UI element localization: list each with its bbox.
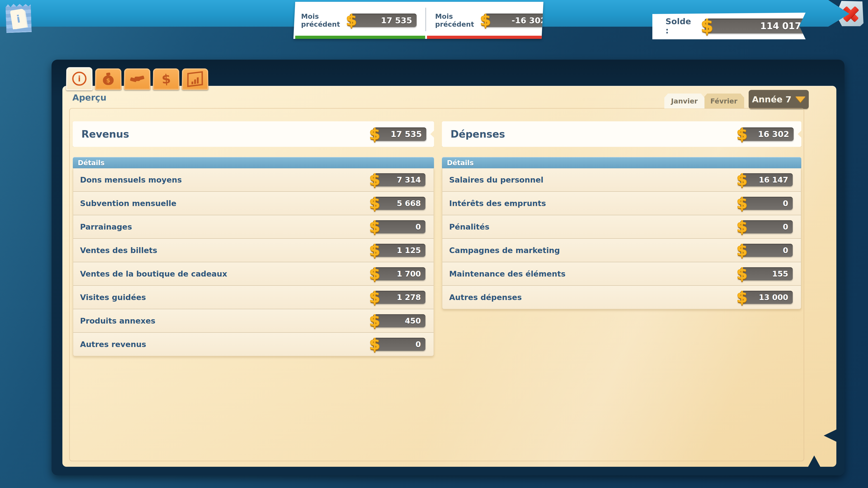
month-button-janvier[interactable]: Janvier <box>664 94 705 108</box>
positive-trend-strip <box>295 36 425 39</box>
row-label: Autres dépenses <box>449 293 522 302</box>
row-value-pill: $0 <box>740 244 793 257</box>
expenses-title: Dépenses <box>451 128 505 140</box>
table-row: Visites guidées $1 278 <box>73 285 434 309</box>
table-row: Dons mensuels moyens $7 314 <box>73 168 434 191</box>
dollar-icon: $ <box>161 71 171 87</box>
row-value: 13 000 <box>759 293 788 302</box>
tab-pricing[interactable]: $ <box>153 68 180 90</box>
details-label: Détails <box>447 159 473 167</box>
dollar-icon: $ <box>369 290 380 305</box>
row-label: Subvention mensuelle <box>80 199 176 208</box>
dollar-icon: $ <box>369 219 380 234</box>
row-value-pill: $1 700 <box>373 267 426 281</box>
row-value: 16 147 <box>759 175 788 184</box>
row-label: Dons mensuels moyens <box>80 175 182 184</box>
handshake-icon <box>130 74 144 84</box>
row-value: 1 700 <box>397 269 421 278</box>
bar-chart-icon <box>187 71 203 87</box>
row-label: Ventes des billets <box>80 246 157 255</box>
month-selector: Janvier Février <box>664 94 744 108</box>
row-value: 1 278 <box>397 293 421 302</box>
previous-month-net-value-pill: $ -16 302 <box>484 13 551 27</box>
details-label: Détails <box>78 159 104 167</box>
dollar-icon: $ <box>480 13 491 28</box>
tab-money-bag[interactable]: $ <box>95 68 122 90</box>
row-label: Maintenance des éléments <box>449 269 565 278</box>
expenses-total-pill: $ 16 302 <box>740 127 794 141</box>
row-label: Campagnes de marketing <box>449 246 560 255</box>
money-bag-icon: $ <box>102 73 115 86</box>
year-dropdown[interactable]: Année 7 <box>749 90 809 109</box>
negative-trend-strip <box>427 36 557 39</box>
previous-month-net-label: Mois précédent <box>435 12 484 28</box>
balance-banner: Solde : $ 114 017 <box>652 13 806 39</box>
expenses-details-header: Détails <box>442 157 801 168</box>
tab-charts[interactable] <box>182 68 209 90</box>
balance-value-pill: $ 114 017 <box>705 19 806 33</box>
dollar-icon: $ <box>737 290 747 305</box>
row-value: 0 <box>783 199 788 208</box>
chevron-down-icon <box>796 96 805 102</box>
revenues-column: Revenus $ 17 535 Détails Dons mensuels m… <box>73 121 434 356</box>
table-row: Produits annexes $450 <box>73 309 434 332</box>
row-value: 0 <box>415 340 421 349</box>
row-label: Ventes de la boutique de cadeaux <box>80 269 227 278</box>
dollar-icon: $ <box>369 266 380 282</box>
row-label: Pénalités <box>449 222 489 231</box>
table-row: Pénalités $0 <box>442 215 801 238</box>
row-label: Intérêts des emprunts <box>449 199 546 208</box>
revenues-total-pill: $ 17 535 <box>373 127 426 141</box>
revenues-table: Dons mensuels moyens $7 314 Subvention m… <box>73 168 434 356</box>
panel-title: Aperçu <box>72 93 106 103</box>
dollar-icon: $ <box>369 337 380 352</box>
row-label: Produits annexes <box>80 316 155 325</box>
row-value-pill: $5 668 <box>373 197 426 210</box>
dollar-icon: $ <box>737 196 747 211</box>
row-value-pill: $13 000 <box>740 291 793 304</box>
finances-tabs: i $ $ <box>66 68 209 90</box>
table-row: Maintenance des éléments $155 <box>442 262 801 285</box>
previous-month-net-value: -16 302 <box>512 16 546 25</box>
month-button-fevrier[interactable]: Février <box>704 94 744 108</box>
table-row: Intérêts des emprunts $0 <box>442 191 801 215</box>
row-value-pill: $0 <box>740 220 793 233</box>
finances-window-frame: Aperçu Janvier Février Année 7 Revenus <box>52 60 844 475</box>
table-row: Autres revenus $0 <box>73 332 434 356</box>
dollar-icon: $ <box>737 127 747 142</box>
row-value: 0 <box>415 222 421 231</box>
table-row: Subvention mensuelle $5 668 <box>73 191 434 215</box>
table-row: Autres dépenses $13 000 <box>442 285 801 309</box>
expenses-header-card: Dépenses $ 16 302 <box>442 121 801 147</box>
dollar-icon: $ <box>346 13 357 28</box>
year-dropdown-label: Année 7 <box>752 94 792 104</box>
book-glyph: i <box>10 8 27 30</box>
row-value-pill: $450 <box>373 314 426 327</box>
table-row: Campagnes de marketing $0 <box>442 238 801 262</box>
row-value: 450 <box>405 316 421 325</box>
row-value: 5 668 <box>397 199 421 208</box>
frame-notch-bottom <box>808 455 820 467</box>
ledger-book-icon: i <box>5 2 32 33</box>
expenses-column: Dépenses $ 16 302 Détails Salaires du pe… <box>442 121 801 309</box>
dollar-icon: $ <box>737 172 747 188</box>
row-value: 7 314 <box>397 175 421 184</box>
dollar-icon: $ <box>737 219 747 234</box>
row-value-pill: $1 125 <box>373 244 426 257</box>
expenses-total: 16 302 <box>758 129 789 139</box>
row-label: Autres revenus <box>80 340 146 349</box>
dollar-icon: $ <box>369 127 380 142</box>
row-value-pill: $0 <box>740 197 793 210</box>
frame-notch-right <box>824 429 837 442</box>
tab-sponsorships[interactable] <box>124 68 151 90</box>
row-value: 1 125 <box>397 246 421 255</box>
tab-overview[interactable]: i <box>66 67 93 90</box>
row-value-pill: $155 <box>740 267 793 281</box>
expenses-table: Salaires du personnel $16 147 Intérêts d… <box>442 168 801 309</box>
revenues-total: 17 535 <box>391 129 422 139</box>
balance-label: Solde : <box>665 17 697 35</box>
row-value-pill: $0 <box>373 338 426 351</box>
overview-panel: Aperçu Janvier Février Année 7 Revenus <box>62 86 836 467</box>
row-value: 0 <box>783 246 788 255</box>
dollar-icon: $ <box>737 266 747 282</box>
